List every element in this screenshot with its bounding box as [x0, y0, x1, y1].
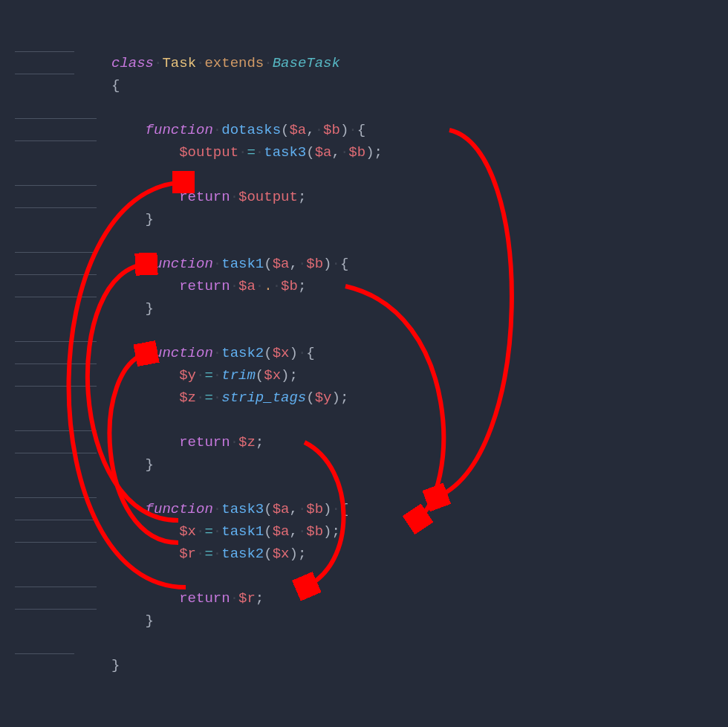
- keyword-function: function: [146, 122, 213, 138]
- fn-task2: task2: [221, 345, 264, 361]
- code-block: class·Task·extends·BaseTask { function·d…: [111, 30, 728, 699]
- keyword-class: class: [111, 55, 154, 71]
- call-task3: task3: [264, 144, 306, 161]
- fn-task3: task3: [221, 501, 264, 517]
- code-editor: class·Task·extends·BaseTask { function·d…: [0, 0, 728, 699]
- keyword-return: return: [179, 189, 230, 205]
- base-class: BaseTask: [273, 55, 340, 71]
- call-task1: task1: [221, 523, 264, 540]
- gutter: [0, 30, 104, 654]
- fn-dotasks: dotasks: [221, 122, 281, 138]
- call-task2: task2: [221, 546, 264, 562]
- class-name: Task: [162, 55, 196, 71]
- keyword-extends: extends: [204, 55, 264, 71]
- fn-task1: task1: [221, 256, 264, 272]
